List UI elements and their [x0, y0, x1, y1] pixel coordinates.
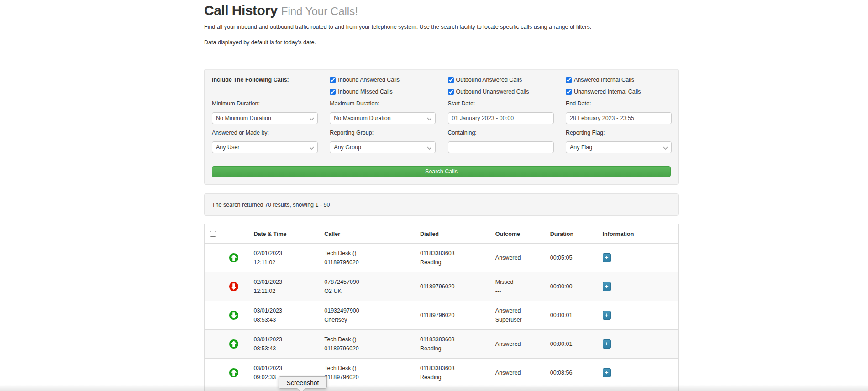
outcome-line-1: Missed [495, 277, 543, 287]
dialled-line-1: 01183383603 [420, 249, 488, 258]
outcome-line-2: Superuser [495, 315, 543, 324]
page-description: Find all your inbound and outbound traff… [204, 24, 679, 30]
end-date-input[interactable] [566, 112, 672, 124]
duration-line-1: 00:00:01 [550, 311, 595, 320]
call-information-button[interactable]: + [603, 339, 611, 349]
start-date-input[interactable] [448, 112, 554, 124]
call-row: 03/01/202308:53:43Tech Desk ()0118979602… [205, 330, 679, 359]
duration-line-1: 00:08:56 [550, 368, 595, 377]
tooltip-pointer-icon [297, 388, 305, 391]
caller-line-2: 01189796020 [324, 344, 413, 353]
page-subtitle: Find Your Calls! [281, 5, 358, 17]
minimum-duration-select-label: Minimum Duration: [212, 100, 318, 107]
inbound-answered-calls-option: Inbound Answered Calls [330, 77, 436, 83]
minimum-duration-select[interactable]: No Minimum Duration [212, 112, 318, 124]
row-select-cell [205, 330, 223, 359]
caller-line-2: O2 UK [324, 287, 413, 296]
date-time-line-2: 08:53:43 [253, 315, 317, 324]
call-information-button[interactable]: + [603, 253, 611, 262]
outbound-unanswered-calls-option: Outbound Unanswered Calls [448, 89, 554, 95]
divider [204, 55, 679, 55]
duration-line-1: 00:00:01 [550, 339, 595, 349]
date-time-line-2: 08:53:43 [253, 344, 317, 353]
date-time-line-1: 03/01/2023 [253, 306, 317, 315]
page-header: Call HistoryFind Your Calls! [204, 3, 679, 18]
row-select-cell [205, 272, 223, 301]
reporting-flag-select[interactable]: Any Flag [566, 141, 672, 153]
screenshot-tooltip-label: Screenshot [287, 379, 319, 386]
caller-line-1: Tech Desk () [324, 335, 413, 344]
row-select-cell [205, 301, 223, 330]
maximum-duration-select[interactable]: No Maximum Duration [330, 112, 436, 124]
unanswered-internal-calls-option: Unanswered Internal Calls [566, 89, 672, 95]
unanswered-internal-calls-checkbox[interactable] [566, 89, 572, 95]
answered-or-made-by-select[interactable]: Any User [212, 141, 318, 153]
caller-line-1: 01932497900 [324, 306, 413, 315]
table-header-row: Date & Time Caller Dialled Outcome Durat… [205, 224, 679, 244]
caller-line-2: 01189796020 [324, 373, 413, 382]
reporting-group-select[interactable]: Any Group [330, 141, 436, 153]
dialled-line-2: Reading [420, 373, 488, 382]
caller-line-2: Chertsey [324, 315, 413, 324]
inbound-missed-calls-checkbox[interactable] [330, 89, 336, 95]
caller-line-2: 01189796020 [324, 258, 413, 267]
outbound-unanswered-calls-label: Outbound Unanswered Calls [456, 89, 529, 95]
arrow-up-circle-icon [229, 339, 239, 349]
search-calls-button[interactable]: Search Calls [212, 166, 671, 177]
col-date-time: Date & Time [250, 224, 321, 244]
results-summary-text: The search returned 70 results, showing … [212, 202, 330, 208]
date-time-line-2: 12:11:02 [253, 287, 317, 296]
answered-or-made-by-select-label: Answered or Made by: [212, 130, 318, 136]
outbound-answered-calls-label: Outbound Answered Calls [456, 77, 522, 83]
results-summary-bar: The search returned 70 results, showing … [204, 193, 679, 216]
reporting-group-select-label: Reporting Group: [330, 130, 436, 136]
caller-line-1: 07872457090 [324, 277, 413, 287]
call-history-table: Date & Time Caller Dialled Outcome Durat… [204, 224, 679, 391]
select-all-checkbox[interactable] [210, 231, 216, 237]
outcome-line-1: Answered [495, 253, 543, 262]
call-information-button[interactable]: + [603, 282, 611, 291]
start-date-input-label: Start Date: [448, 100, 554, 107]
answered-internal-calls-checkbox[interactable] [566, 77, 572, 83]
call-information-button[interactable]: + [603, 368, 611, 377]
row-select-cell [205, 387, 223, 391]
caller-line-1: Tech Desk () [324, 364, 413, 373]
answered-internal-calls-option: Answered Internal Calls [566, 77, 672, 83]
include-calls-label: Include The Following Calls: [212, 77, 318, 83]
call-row: 03/01/202309:02:3301932497900Chertsey011… [205, 387, 679, 391]
page-title: Call History [204, 3, 278, 18]
dialled-line-1: 01183383603 [420, 335, 488, 344]
outbound-answered-calls-option: Outbound Answered Calls [448, 77, 554, 83]
col-dialled: Dialled [416, 224, 492, 244]
row-select-cell [205, 359, 223, 387]
inbound-answered-calls-checkbox[interactable] [330, 77, 336, 83]
outcome-line-2: --- [495, 287, 543, 296]
outbound-unanswered-calls-checkbox[interactable] [448, 89, 454, 95]
duration-line-1: 00:00:00 [550, 282, 595, 291]
maximum-duration-select-label: Maximum Duration: [330, 100, 436, 107]
direction-column-header [222, 224, 250, 244]
arrow-up-circle-icon [229, 368, 239, 378]
date-time-line-1: 02/01/2023 [253, 277, 317, 287]
date-time-line-1: 03/01/2023 [253, 364, 317, 373]
outcome-line-1: Answered [495, 306, 543, 315]
screenshot-tooltip: Screenshot [279, 376, 327, 389]
end-date-input-label: End Date: [566, 100, 672, 107]
call-row: 03/01/202309:02:33Tech Desk ()0118979602… [205, 359, 679, 387]
col-information: Information [599, 224, 679, 244]
inbound-missed-calls-label: Inbound Missed Calls [338, 89, 393, 95]
call-information-button[interactable]: + [603, 311, 611, 320]
inbound-missed-calls-option: Inbound Missed Calls [330, 89, 436, 95]
dialled-line-2: Reading [420, 258, 488, 267]
containing-input[interactable] [448, 141, 554, 153]
arrow-up-circle-icon [229, 253, 239, 263]
col-outcome: Outcome [492, 224, 547, 244]
col-duration: Duration [547, 224, 599, 244]
answered-internal-calls-label: Answered Internal Calls [574, 77, 634, 83]
date-time-line-2: 12:11:02 [253, 258, 317, 267]
duration-line-1: 00:05:05 [550, 253, 595, 262]
outbound-answered-calls-checkbox[interactable] [448, 77, 454, 83]
outcome-line-1: Answered [495, 339, 543, 349]
call-row: 02/01/202312:11:02Tech Desk ()0118979602… [205, 244, 679, 272]
filter-panel: Include The Following Calls: Inbound Ans… [204, 69, 679, 185]
